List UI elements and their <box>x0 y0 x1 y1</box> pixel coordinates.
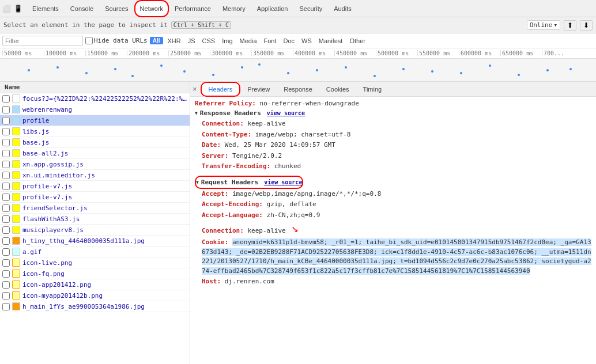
inspect-icon[interactable]: ⬜ <box>2 5 10 13</box>
file-checkbox[interactable] <box>2 204 10 212</box>
list-item[interactable]: icon-app201412.png <box>0 279 190 290</box>
file-name-label: h_tiny_tthg_44640000035d111a.jpg <box>22 237 187 245</box>
date-key: Date: <box>202 141 221 149</box>
tab-timing[interactable]: Timing <box>356 82 389 97</box>
ruler-tick: 600000 ms <box>459 50 500 56</box>
file-name-label: profile-v7.js <box>22 183 187 190</box>
file-checkbox[interactable] <box>2 303 10 310</box>
file-checkbox[interactable] <box>2 128 10 135</box>
response-headers-title[interactable]: ▼ Response Headers view source <box>195 108 591 119</box>
file-checkbox[interactable] <box>2 281 10 289</box>
file-checkbox[interactable] <box>2 150 10 157</box>
list-item[interactable]: webrenrenwang <box>0 104 190 115</box>
device-icon[interactable]: 📱 <box>14 5 22 13</box>
list-item[interactable]: icon-myapp201412b.png <box>0 290 190 301</box>
file-type-icon <box>12 226 20 234</box>
xhr-filter-btn[interactable]: XHR <box>165 37 183 45</box>
connection-row: Connection: keep-alive <box>195 119 591 130</box>
main-area: Name focus?J={%22ID%22:%22422522252%22%2… <box>0 82 596 364</box>
list-item[interactable]: icon-live.png <box>0 257 190 268</box>
file-checkbox[interactable] <box>2 172 10 179</box>
list-item[interactable]: profile-v7.js <box>0 192 190 203</box>
list-item[interactable]: profile <box>0 115 190 126</box>
ruler-tick: 400000 ms <box>293 50 334 56</box>
font-filter-btn[interactable]: Font <box>262 37 279 45</box>
other-filter-btn[interactable]: Other <box>347 37 368 45</box>
inspect-hint-text: Select an element in the page to inspect… <box>3 21 168 29</box>
ruler-tick: 700... <box>542 50 583 56</box>
file-name-label: h_main_1fYs_ae990005364a1986.jpg <box>22 303 187 310</box>
file-checkbox[interactable] <box>2 95 10 103</box>
file-checkbox[interactable] <box>2 183 10 190</box>
list-item[interactable]: flashWithAS3.js <box>0 214 190 225</box>
list-item[interactable]: h_tiny_tthg_44640000035d111a.jpg <box>0 236 190 247</box>
tab-sources[interactable]: Sources <box>99 0 134 17</box>
file-checkbox[interactable] <box>2 226 10 234</box>
tab-elements[interactable]: Elements <box>27 0 65 17</box>
response-view-source-link[interactable]: view source <box>267 110 305 116</box>
tab-console[interactable]: Console <box>65 0 99 17</box>
upload-button[interactable]: ⬆ <box>564 20 576 31</box>
list-item[interactable]: base-all2.js <box>0 148 190 159</box>
ws-filter-btn[interactable]: WS <box>299 37 314 45</box>
list-item[interactable]: focus?J={%22ID%22:%22422522252%22%22R%22… <box>0 93 190 104</box>
online-label: Online <box>530 21 553 29</box>
download-button[interactable]: ⬇ <box>580 20 593 31</box>
file-checkbox[interactable] <box>2 161 10 168</box>
doc-filter-btn[interactable]: Doc <box>281 37 297 45</box>
list-item[interactable]: musicplayerv8.js <box>0 225 190 236</box>
tab-network[interactable]: Network <box>134 0 169 17</box>
list-item[interactable]: xn.ui.minieditor.js <box>0 170 190 181</box>
file-checkbox[interactable] <box>2 117 10 124</box>
tab-headers[interactable]: Headers <box>201 82 241 97</box>
list-item[interactable]: icon-fq.png <box>0 268 190 279</box>
file-checkbox[interactable] <box>2 194 10 201</box>
request-headers-title[interactable]: ▼ Request Headers view source <box>195 176 303 189</box>
list-item[interactable]: profile-v7.js <box>0 181 190 192</box>
file-checkbox[interactable] <box>2 248 10 256</box>
list-item[interactable]: a.gif <box>0 247 190 257</box>
file-checkbox[interactable] <box>2 139 10 146</box>
file-name-label: profile-v7.js <box>22 194 187 201</box>
list-item[interactable]: friendSelector.js <box>0 203 190 214</box>
tab-preview[interactable]: Preview <box>240 82 277 97</box>
waterfall-chart <box>0 59 596 82</box>
all-filter-btn[interactable]: All <box>150 37 163 44</box>
file-checkbox[interactable] <box>2 270 10 278</box>
file-name-label: icon-fq.png <box>22 270 187 278</box>
file-type-icon <box>12 291 20 299</box>
close-detail-button[interactable]: × <box>193 85 197 93</box>
img-filter-btn[interactable]: Img <box>220 37 235 45</box>
file-checkbox[interactable] <box>2 259 10 267</box>
tab-cookies[interactable]: Cookies <box>319 82 356 97</box>
online-select[interactable]: Online ▾ <box>527 20 560 30</box>
hide-data-urls-checkbox[interactable] <box>85 37 93 44</box>
css-filter-btn[interactable]: CSS <box>200 37 218 45</box>
response-section-label: Response Headers <box>200 109 261 117</box>
list-item[interactable]: base.js <box>0 137 190 148</box>
ruler-tick: 300000 ms <box>210 50 251 56</box>
file-checkbox[interactable] <box>2 106 10 113</box>
file-checkbox[interactable] <box>2 292 10 299</box>
filter-input[interactable] <box>2 36 83 46</box>
list-item[interactable]: libs.js <box>0 126 190 137</box>
tab-memory[interactable]: Memory <box>217 0 251 17</box>
file-checkbox[interactable] <box>2 215 10 223</box>
media-filter-btn[interactable]: Media <box>237 37 259 45</box>
js-filter-btn[interactable]: JS <box>186 37 198 45</box>
tab-audits[interactable]: Audits <box>328 0 357 17</box>
tab-security[interactable]: Security <box>293 0 328 17</box>
server-key: Server: <box>202 152 228 160</box>
file-checkbox[interactable] <box>2 237 10 245</box>
manifest-filter-btn[interactable]: Manifest <box>316 37 345 45</box>
ruler-tick: 250000 ms <box>168 50 210 56</box>
file-type-icon <box>12 248 20 256</box>
host-key: Host: <box>202 278 221 285</box>
list-item[interactable]: xn.app.gossip.js <box>0 159 190 170</box>
request-view-source-link[interactable]: view source <box>264 179 302 185</box>
list-item[interactable]: h_main_1fYs_ae990005364a1986.jpg <box>0 301 190 312</box>
tab-performance[interactable]: Performance <box>169 0 217 17</box>
tab-application[interactable]: Application <box>251 0 294 17</box>
tab-response[interactable]: Response <box>277 82 319 97</box>
file-name-label: profile <box>22 117 187 124</box>
